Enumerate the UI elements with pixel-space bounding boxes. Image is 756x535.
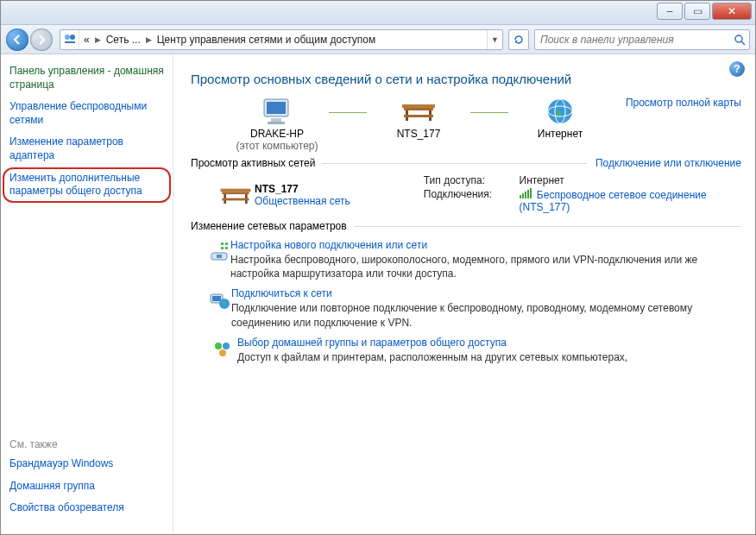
see-also-heading: См. также: [9, 438, 164, 450]
task-connect: Подключиться к сети Подключение или повт…: [208, 287, 741, 329]
computer-icon: [259, 95, 295, 128]
task-desc: Подключение или повторное подключение к …: [231, 301, 741, 329]
map-internet[interactable]: Интернет: [508, 95, 612, 140]
sidebar: Панель управления - домашняя страница Уп…: [1, 54, 173, 534]
map-pc-name: DRAKE-HP: [250, 128, 304, 140]
svg-rect-0: [65, 41, 75, 43]
sidebar-link-wireless[interactable]: Управление беспроводными сетями: [9, 100, 164, 127]
sidebar-link-adapter[interactable]: Изменение параметров адаптера: [9, 135, 164, 162]
active-network-row: NTS_177 Общественная сеть Тип доступа: П…: [217, 174, 741, 215]
full-map-link[interactable]: Просмотр полной карты: [626, 95, 741, 109]
map-net-name: NTS_177: [397, 128, 441, 140]
task-homegroup: Выбор домашней группы и параметров общег…: [208, 337, 741, 364]
map-internet-label: Интернет: [538, 128, 583, 140]
forward-button[interactable]: [30, 28, 53, 51]
svg-rect-21: [222, 198, 249, 200]
bench-icon: [399, 95, 438, 128]
connect-network-icon: [208, 287, 231, 329]
map-this-pc[interactable]: DRAKE-HP (этот компьютер): [225, 95, 329, 152]
breadcrumb-current[interactable]: Центр управления сетями и общим доступом: [153, 30, 381, 49]
svg-point-3: [735, 35, 742, 42]
close-button[interactable]: ✕: [712, 3, 752, 20]
svg-rect-7: [271, 118, 281, 122]
search-box[interactable]: [534, 29, 750, 50]
map-pc-sub: (этот компьютер): [236, 140, 318, 152]
refresh-button[interactable]: [508, 29, 529, 50]
svg-line-4: [741, 41, 745, 45]
active-net-name: NTS_177: [255, 183, 350, 195]
svg-rect-8: [268, 122, 285, 124]
search-icon: [734, 34, 746, 46]
svg-point-30: [215, 343, 222, 349]
svg-rect-17: [221, 188, 251, 192]
arrow-left-icon: [12, 35, 22, 45]
task-desc: Доступ к файлам и принтерам, расположенн…: [237, 350, 627, 364]
chevron-right-icon: ▶: [145, 35, 153, 44]
nav-toolbar: « ▶ Сеть ... ▶ Центр управления сетями и…: [1, 25, 755, 54]
svg-point-2: [70, 35, 75, 40]
main-pane: ? Просмотр основных сведений о сети и на…: [173, 54, 755, 534]
chevron-right-icon: ▶: [94, 35, 102, 44]
connect-disconnect-link[interactable]: Подключение или отключение: [595, 157, 741, 169]
control-panel-home-link[interactable]: Панель управления - домашняя страница: [9, 65, 164, 91]
network-center-icon: [60, 30, 79, 49]
minimize-button[interactable]: –: [657, 3, 683, 20]
address-dropdown[interactable]: ▼: [487, 30, 502, 49]
globe-icon: [545, 95, 575, 128]
task-desc: Настройка беспроводного, широкополосного…: [230, 253, 741, 280]
page-title: Просмотр основных сведений о сети и наст…: [191, 72, 741, 86]
network-settings-header: Изменение сетевых параметров: [191, 220, 741, 232]
svg-rect-13: [404, 115, 433, 117]
map-network[interactable]: NTS_177: [367, 95, 470, 140]
refresh-icon: [513, 34, 525, 46]
content-area: Панель управления - домашняя страница Уп…: [1, 54, 755, 534]
task-link[interactable]: Настройка нового подключения или сети: [230, 239, 741, 251]
task-new-connection: Настройка нового подключения или сети На…: [208, 239, 741, 280]
svg-point-14: [548, 99, 572, 123]
svg-rect-23: [217, 255, 222, 258]
annotation-highlight: Изменить дополнительные параметры общего…: [3, 167, 171, 203]
task-link[interactable]: Выбор домашней группы и параметров общег…: [237, 337, 627, 349]
svg-point-31: [223, 343, 230, 349]
sidebar-link-homegroup[interactable]: Домашняя группа: [9, 480, 164, 494]
network-settings-label: Изменение сетевых параметров: [191, 220, 347, 232]
svg-rect-26: [219, 245, 230, 247]
breadcrumb-network[interactable]: Сеть ...: [102, 30, 145, 49]
sidebar-link-firewall[interactable]: Брандмауэр Windows: [9, 457, 164, 471]
active-net-kind-link[interactable]: Общественная сеть: [255, 195, 350, 207]
network-map: DRAKE-HP (этот компьютер) NTS_177 Интерн…: [225, 95, 741, 152]
new-connection-icon: [208, 239, 230, 280]
search-input[interactable]: [539, 33, 734, 47]
sidebar-link-advanced-sharing[interactable]: Изменить дополнительные параметры общего…: [9, 172, 164, 198]
arrow-right-icon: [36, 35, 47, 45]
signal-bars-icon: [520, 188, 532, 198]
svg-rect-28: [212, 296, 221, 301]
breadcrumb-overflow[interactable]: «: [79, 30, 94, 49]
task-link[interactable]: Подключиться к сети: [231, 287, 741, 299]
map-connector: [329, 112, 367, 113]
sidebar-link-internet-options[interactable]: Свойства обозревателя: [9, 501, 164, 515]
homegroup-icon: [208, 337, 237, 364]
svg-point-32: [219, 349, 226, 356]
active-networks-label: Просмотр активных сетей: [191, 157, 315, 169]
maximize-button[interactable]: ▭: [684, 3, 710, 20]
svg-rect-10: [404, 108, 433, 110]
connection-name: Беспроводное сетевое соединение (NTS_177…: [520, 189, 707, 213]
address-bar[interactable]: « ▶ Сеть ... ▶ Центр управления сетями и…: [60, 29, 503, 50]
svg-rect-6: [267, 102, 286, 114]
back-button[interactable]: [6, 28, 28, 51]
access-type-value: Интернет: [520, 174, 564, 186]
window-titlebar: – ▭ ✕: [1, 1, 755, 25]
connections-label: Подключения:: [424, 188, 510, 200]
help-icon[interactable]: ?: [729, 61, 745, 77]
svg-rect-18: [222, 192, 249, 194]
connection-link[interactable]: Беспроводное сетевое соединение (NTS_177…: [520, 188, 742, 213]
active-networks-header: Просмотр активных сетей Подключение или …: [191, 157, 741, 169]
bench-icon: [217, 182, 255, 208]
map-connector: [470, 112, 508, 113]
svg-point-1: [65, 35, 70, 40]
svg-rect-9: [402, 104, 435, 108]
access-type-label: Тип доступа:: [424, 174, 510, 186]
